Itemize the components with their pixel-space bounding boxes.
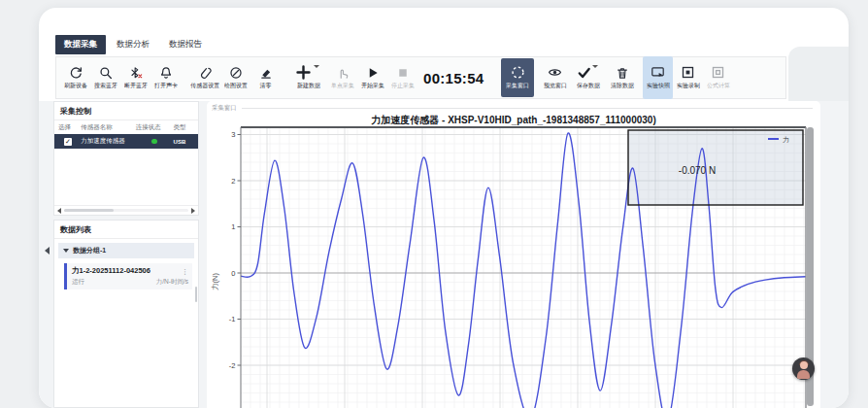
column-status: 连接状态 <box>136 123 174 132</box>
data-group-header[interactable]: 数据分组-1 <box>58 243 194 258</box>
open-soundcard-button[interactable]: 打开声卡 <box>150 59 181 96</box>
capture-window-panel: 采集窗口 力加速度传感器 - XHSP-V10HID_path_-1981348… <box>207 101 820 408</box>
column-select: 选择 <box>58 123 81 132</box>
experiment-record-button[interactable]: 实验录制 <box>673 59 703 96</box>
plot-settings-button[interactable]: 绘图设置 <box>220 59 250 96</box>
item-menu-icon[interactable]: ⋮ <box>182 268 188 275</box>
eye-icon <box>548 65 562 80</box>
capture-window-button[interactable]: 采集窗口 <box>501 58 534 97</box>
sensor-name: 力加速度传感器 <box>81 137 135 146</box>
sensor-settings-button[interactable]: 传感器设置 <box>190 59 220 96</box>
data-list-item[interactable]: 力1-2-20251112-042506 ⋮ 运行 力/N-时间/s <box>64 263 192 289</box>
tab-data-collection[interactable]: 数据采集 <box>55 35 106 54</box>
button-label: 实验录制 <box>677 82 700 89</box>
sensor-checkbox[interactable]: ✓ <box>64 138 72 146</box>
search-bluetooth-button[interactable]: 搜索蓝牙 <box>90 59 120 96</box>
scroll-right-icon[interactable] <box>191 208 195 214</box>
button-label: 清除数据 <box>611 82 634 89</box>
button-label: 公式计算 <box>707 82 730 89</box>
dataset-axes: 力/N-时间/s <box>156 278 188 287</box>
button-label: 预览窗口 <box>544 82 567 89</box>
zero-button[interactable]: 清零 <box>250 59 281 96</box>
tab-data-report[interactable]: 数据报告 <box>160 35 211 54</box>
panel-title: 数据列表 <box>54 221 198 239</box>
experiment-snapshot-button[interactable]: 实验快照 <box>643 56 673 99</box>
group-label: 数据分组-1 <box>73 246 106 255</box>
record-frame-icon <box>681 65 695 80</box>
check-icon <box>577 65 601 80</box>
stop-icon <box>396 66 410 80</box>
annotation-value: -0.070 N <box>679 165 716 176</box>
formula-frame-icon <box>711 65 725 80</box>
save-data-button[interactable]: 保存数据 <box>570 59 607 96</box>
hand-point-icon <box>336 66 350 80</box>
dashed-circle-icon <box>511 65 525 80</box>
button-label: 实验快照 <box>647 82 670 89</box>
dataset-status: 运行 <box>72 278 84 287</box>
bell-icon <box>159 66 173 80</box>
stop-collection-button[interactable]: 停止采集 <box>387 59 417 96</box>
button-label: 清零 <box>260 82 272 89</box>
waveform-plot[interactable]: -0.070 N力3210-1-2力(N) <box>207 126 820 408</box>
refresh-device-button[interactable]: 刷新设备 <box>60 59 90 96</box>
button-label: 绘图设置 <box>224 82 248 89</box>
refresh-icon <box>69 66 83 80</box>
sidebar-collapse-arrow-icon[interactable] <box>45 247 50 255</box>
column-type: 类型 <box>174 123 194 132</box>
divider <box>242 108 813 109</box>
single-point-button[interactable]: 单点采集 <box>327 59 357 96</box>
button-label: 新建数据 <box>297 82 320 89</box>
button-label: 刷新设备 <box>64 82 87 89</box>
sensor-row[interactable]: ✓ 力加速度传感器 USB <box>54 134 198 149</box>
preview-window-button[interactable]: 预览窗口 <box>540 59 570 96</box>
sensor-type: USB <box>174 139 194 145</box>
clear-data-button[interactable]: 清除数据 <box>607 59 637 96</box>
chevron-down-icon[interactable] <box>592 65 598 68</box>
tab-data-analysis[interactable]: 数据分析 <box>108 35 158 54</box>
bluetooth-off-icon <box>129 66 143 80</box>
disconnect-bluetooth-button[interactable]: 断开蓝牙 <box>120 59 150 96</box>
column-sensor-name: 传感器名称 <box>81 123 135 132</box>
datalist-scroll-handle[interactable] <box>195 287 198 302</box>
collection-timer: 00:15:54 <box>423 70 484 86</box>
button-label: 传感器设置 <box>191 82 220 89</box>
y-tick-label: 1 <box>231 222 235 231</box>
button-label: 打开声卡 <box>154 82 178 89</box>
button-label: 保存数据 <box>577 82 600 89</box>
sensor-clip-icon <box>199 66 213 80</box>
dataset-name: 力1-2-20251112-042506 <box>72 266 150 276</box>
button-label: 单点采集 <box>331 82 354 89</box>
start-collection-button[interactable]: 开始采集 <box>357 59 387 96</box>
play-icon <box>366 66 380 80</box>
plus-icon <box>296 65 322 80</box>
scroll-track[interactable] <box>64 209 188 212</box>
y-tick-label: 3 <box>231 130 235 139</box>
scroll-left-icon[interactable] <box>57 208 61 214</box>
eraser-icon <box>259 66 273 80</box>
status-dot-connected <box>151 139 157 145</box>
legend-label: 力 <box>783 136 789 143</box>
avatar <box>800 361 808 369</box>
chart-title: 力加速度传感器 - XHSP-V10HID_path_-1981348857_1… <box>207 114 820 127</box>
toolbar-right-gap <box>788 47 849 101</box>
main-tab-bar: 数据采集 数据分析 数据报告 <box>55 35 211 54</box>
panel-title: 采集控制 <box>54 102 198 120</box>
data-list-panel: 数据列表 数据分组-1 力1-2-20251112-042506 ⋮ 运行 力/… <box>53 220 199 408</box>
scroll-thumb[interactable] <box>64 209 114 212</box>
horizontal-scrollbar[interactable] <box>54 205 198 215</box>
app-window: 数据采集 数据分析 数据报告 刷新设备 搜索蓝牙 断开蓝牙 打开声卡 传感器设置… <box>39 8 849 408</box>
button-label: 采集窗口 <box>506 82 529 89</box>
new-data-button[interactable]: 新建数据 <box>290 59 327 96</box>
button-label: 搜索蓝牙 <box>94 82 117 89</box>
snapshot-icon <box>651 65 665 80</box>
button-label: 断开蓝牙 <box>124 82 148 89</box>
chevron-down-icon[interactable] <box>314 65 319 68</box>
assistant-avatar-button[interactable] <box>792 357 815 380</box>
compass-icon <box>229 66 243 80</box>
formula-calc-button[interactable]: 公式计算 <box>703 59 733 96</box>
chevron-down-icon <box>63 249 69 253</box>
toolbar: 刷新设备 搜索蓝牙 断开蓝牙 打开声卡 传感器设置 绘图设置 清零 <box>55 56 786 99</box>
y-tick-label: 2 <box>231 177 235 186</box>
y-axis-label: 力(N) <box>211 273 219 290</box>
collection-control-panel: 采集控制 选择 传感器名称 连接状态 类型 ✓ 力加速度传感器 USB <box>53 101 199 216</box>
